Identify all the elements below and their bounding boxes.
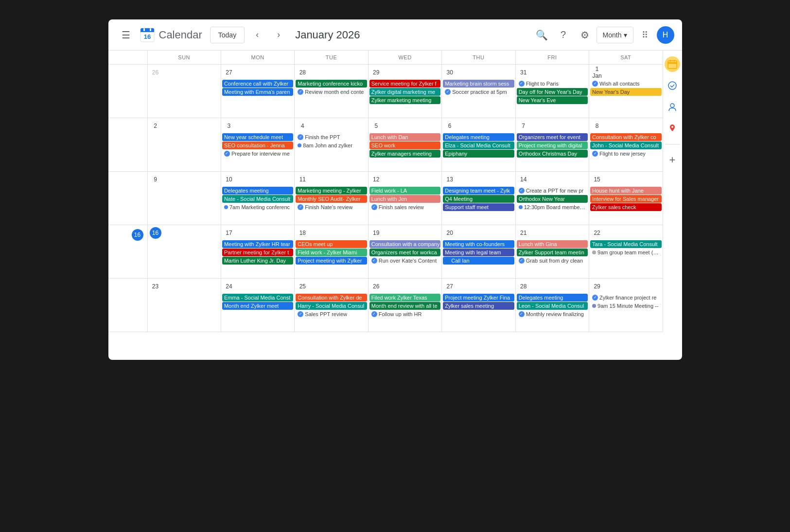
event-2-1-2[interactable]: 7am Marketing conferenc (222, 203, 293, 211)
event-3-2-2[interactable]: Project meeting with Zylker (296, 257, 367, 265)
event-1-3-2[interactable]: Zylker managers meeting (369, 150, 440, 158)
event-0-5-1[interactable]: Day off for New Year's Day (517, 88, 588, 96)
event-4-4-0[interactable]: Project meeting Zylker Fina (443, 294, 514, 301)
event-3-3-0[interactable]: Consultation with a company (369, 240, 440, 248)
day-number-2[interactable]: 2 (150, 120, 161, 132)
event-3-6-0[interactable]: Tara - Social Media Consult (590, 240, 661, 248)
event-4-2-1[interactable]: Harry - Social Media Consul (296, 302, 367, 310)
day-number-30[interactable]: 30 (444, 67, 456, 78)
day-number-25[interactable]: 25 (297, 281, 308, 292)
event-4-5-2[interactable]: ✓Monthly review finalizing (517, 310, 588, 318)
day-number-24[interactable]: 24 (223, 281, 235, 292)
event-1-1-1[interactable]: SEO consultation - Jenna (222, 142, 293, 149)
day-number-16[interactable]: 16 (150, 227, 161, 239)
event-2-2-1[interactable]: Monthly SEO Audit- Zylker (296, 195, 367, 203)
today-button[interactable]: Today (210, 27, 245, 43)
event-1-2-1[interactable]: 8am John and zylker (296, 142, 367, 149)
event-4-1-0[interactable]: Emma - Social Media Const (222, 294, 293, 301)
event-3-3-2[interactable]: ✓Run over Kate's Content (369, 257, 440, 265)
event-0-3-0[interactable]: Service meeting for Zylker f (369, 80, 440, 88)
event-2-4-0[interactable]: Designing team meet - Zylk (443, 187, 514, 195)
event-1-1-2[interactable]: ✓Prepare for interview me (222, 150, 293, 158)
day-number-1 Jan[interactable]: 1 Jan (591, 67, 603, 78)
event-3-5-1[interactable]: Zylker Support team meetin (517, 248, 588, 256)
day-number-17[interactable]: 17 (223, 227, 235, 239)
event-2-3-1[interactable]: Lunch with Jen (369, 195, 440, 203)
event-2-6-1[interactable]: Interview for Sales manager (590, 195, 661, 203)
day-number-28[interactable]: 28 (297, 67, 308, 78)
sidebar-maps-icon[interactable] (665, 121, 680, 136)
event-2-1-0[interactable]: Delegates meeting (222, 187, 293, 195)
event-0-3-1[interactable]: Zylker digital marketing me (369, 88, 440, 96)
event-4-3-2[interactable]: ✓Follow up with HR (369, 310, 440, 318)
event-1-2-0[interactable]: ✓Finish the PPT (296, 133, 367, 141)
event-3-5-0[interactable]: Lunch with Gina (517, 240, 588, 248)
event-2-5-2[interactable]: 12:30pm Board members m (517, 203, 588, 211)
event-3-4-1[interactable]: Meeting with legal team (443, 248, 514, 256)
day-number-27[interactable]: 27 (223, 67, 235, 78)
apps-button[interactable]: ⠿ (635, 25, 655, 45)
settings-button[interactable]: ⚙ (575, 25, 595, 45)
prev-month-button[interactable]: ‹ (248, 26, 266, 44)
avatar[interactable]: H (657, 26, 674, 44)
event-1-4-1[interactable]: Elza - Social Media Consult (443, 142, 514, 149)
event-3-6-1[interactable]: 9am group team meet (1 c (590, 248, 661, 256)
day-number-9[interactable]: 9 (150, 174, 161, 185)
day-number-23[interactable]: 23 (150, 281, 161, 292)
day-number-5[interactable]: 5 (370, 120, 382, 132)
event-2-5-1[interactable]: Orthodox New Year (517, 195, 588, 203)
event-2-4-2[interactable]: Support staff meet (443, 203, 514, 211)
event-2-6-2[interactable]: Zylker sales check (590, 203, 661, 211)
event-1-5-2[interactable]: Orthodox Christmas Day (517, 150, 588, 158)
day-number-18[interactable]: 18 (297, 227, 308, 239)
event-4-4-1[interactable]: Zylker sales meeting (443, 302, 514, 310)
event-3-4-2[interactable]: 👤Call Ian (443, 257, 514, 265)
day-number-11[interactable]: 11 (297, 174, 308, 185)
day-number-8[interactable]: 8 (591, 120, 603, 132)
event-0-4-0[interactable]: Marketing brain storm sess (443, 80, 514, 88)
day-number-13[interactable]: 13 (444, 174, 456, 185)
event-2-3-2[interactable]: ✓Finish sales review (369, 203, 440, 211)
event-1-1-0[interactable]: New year schedule meet (222, 133, 293, 141)
event-1-5-0[interactable]: Organizers meet for event (517, 133, 588, 141)
day-number-26[interactable]: 26 (370, 281, 382, 292)
day-number-26[interactable]: 26 (150, 67, 161, 78)
event-4-3-1[interactable]: Month end review with all te (369, 302, 440, 310)
day-number-14[interactable]: 14 (518, 174, 529, 185)
add-other-calendar-button[interactable]: + (665, 152, 680, 168)
event-4-1-1[interactable]: Month end Zylker meet (222, 302, 293, 310)
sidebar-calendar-icon[interactable] (665, 56, 680, 72)
event-3-2-0[interactable]: CEOs meet up (296, 240, 367, 248)
event-1-4-2[interactable]: Epiphany (443, 150, 514, 158)
event-4-2-0[interactable]: Consultation with Zylker de (296, 294, 367, 301)
next-month-button[interactable]: › (270, 26, 287, 44)
event-1-6-2[interactable]: ✓Flight to new jersey (590, 150, 661, 158)
day-number-27[interactable]: 27 (444, 281, 456, 292)
event-1-5-1[interactable]: Project meeting with digital (517, 142, 588, 149)
event-0-2-1[interactable]: ✓Review month end conte (296, 88, 367, 96)
event-3-1-1[interactable]: Partner meeting for Zylker t (222, 248, 293, 256)
day-number-10[interactable]: 10 (223, 174, 235, 185)
view-selector[interactable]: Month ▾ (597, 27, 633, 43)
event-4-6-1[interactable]: 9am 15 Minute Meeting -- (590, 302, 661, 310)
menu-icon[interactable]: ☰ (116, 25, 136, 45)
day-number-19[interactable]: 19 (370, 227, 382, 239)
event-2-2-0[interactable]: Marketing meeting - Zylker (296, 187, 367, 195)
event-1-3-1[interactable]: SEO work (369, 142, 440, 149)
event-2-3-0[interactable]: Field work - LA (369, 187, 440, 195)
day-number-20[interactable]: 20 (444, 227, 456, 239)
day-number-28[interactable]: 28 (518, 281, 529, 292)
event-4-3-0[interactable]: Filed work Zylker Texas (369, 294, 440, 301)
event-0-3-2[interactable]: Zylker marketing meeting (369, 96, 440, 104)
search-button[interactable]: 🔍 (532, 25, 552, 45)
day-number-15[interactable]: 15 (591, 174, 603, 185)
event-2-1-1[interactable]: Nate - Social Media Consult (222, 195, 293, 203)
event-0-2-0[interactable]: Marketing conference kicko (296, 80, 367, 88)
help-button[interactable]: ? (554, 25, 573, 45)
day-number-7[interactable]: 7 (518, 120, 529, 132)
event-0-6-1[interactable]: New Year's Day (590, 88, 661, 96)
sidebar-check-icon[interactable] (665, 78, 680, 93)
day-number-29[interactable]: 29 (370, 67, 382, 78)
day-number-6[interactable]: 6 (444, 120, 456, 132)
event-1-6-1[interactable]: John - Social Media Consult (590, 142, 661, 149)
